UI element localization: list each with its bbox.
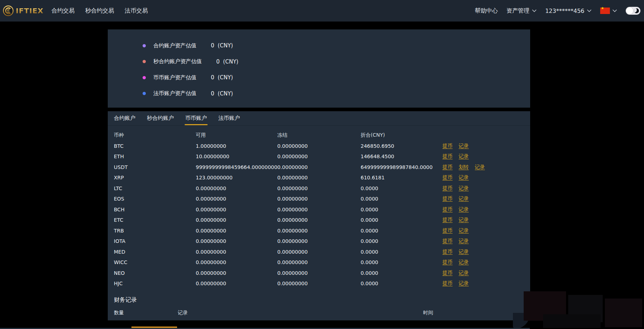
- financial-records-title: 财务记录: [114, 295, 530, 305]
- frozen-amount: 0.00000000: [277, 259, 361, 265]
- cny-value: 0.0000: [361, 238, 443, 244]
- available-amount: 0.00000000: [196, 185, 277, 191]
- theme-toggle[interactable]: [626, 7, 640, 15]
- record-link[interactable]: 记录: [459, 185, 469, 192]
- withdraw-link[interactable]: 提币: [443, 217, 453, 223]
- summary-label: 合约账户资产估值: [153, 42, 196, 49]
- withdraw-link[interactable]: 提币: [443, 227, 453, 234]
- summary-item: 法币账户资产估值0 (CNY): [108, 86, 530, 102]
- coin-name: ETH: [114, 154, 196, 159]
- withdraw-link[interactable]: 提币: [443, 185, 453, 192]
- toggle-knob: [626, 7, 633, 14]
- summary-value: 0 (CNY): [211, 90, 233, 97]
- transfer-link[interactable]: 划转: [459, 164, 469, 170]
- table-row: MED0.000000000.000000000.0000提币记录: [114, 246, 524, 257]
- withdraw-link[interactable]: 提币: [443, 280, 453, 287]
- tab-fiat-account[interactable]: 法币账户: [218, 115, 241, 125]
- table-row: NEO0.000000000.000000000.0000提币记录: [114, 268, 524, 278]
- cny-value: 0.0000: [361, 196, 443, 202]
- withdraw-link[interactable]: 提币: [443, 206, 453, 213]
- withdraw-link[interactable]: 提币: [443, 153, 453, 160]
- record-link[interactable]: 记录: [459, 217, 469, 223]
- row-actions: 提币记录: [443, 153, 524, 160]
- withdraw-link[interactable]: 提币: [443, 143, 453, 149]
- nav-item-fiat-trade[interactable]: 法币交易: [125, 7, 148, 15]
- help-center-link[interactable]: 帮助中心: [475, 7, 498, 15]
- nav-item-second-contract-trade[interactable]: 秒合约交易: [85, 7, 114, 15]
- summary-value: 0 (CNY): [211, 74, 233, 81]
- table-row: ETC0.000000000.000000000.0000提币记录: [114, 215, 524, 226]
- tab-coin-account[interactable]: 币币账户: [185, 115, 208, 125]
- help-center-label: 帮助中心: [475, 7, 498, 15]
- record-link[interactable]: 记录: [475, 164, 485, 170]
- table-row: IOTA0.000000000.000000000.0000提币记录: [114, 236, 524, 247]
- page: { "topbar": { "logo_text": "IFTIEX", "na…: [0, 0, 644, 329]
- asset-dot-icon: [143, 44, 146, 47]
- coin-name: MED: [114, 249, 196, 255]
- record-link[interactable]: 记录: [459, 280, 469, 287]
- wallet-rows: BTC1.000000000.00000000246850.6950提币记录ET…: [114, 141, 524, 289]
- record-link[interactable]: 记录: [459, 270, 469, 276]
- chevron-down-icon: [532, 9, 537, 13]
- withdraw-link[interactable]: 提币: [443, 259, 453, 265]
- asset-management-menu[interactable]: 资产管理: [506, 7, 537, 15]
- wallet-table-header: 币种 可用 冻结 折合(CNY): [114, 130, 524, 141]
- record-link[interactable]: 记录: [459, 206, 469, 213]
- row-actions: 提币记录: [443, 185, 524, 192]
- table-row: USDT99999999998459664.000000000.00000000…: [114, 162, 524, 173]
- row-actions: 提币记录: [443, 217, 524, 223]
- cn-flag-icon: ★: [600, 8, 610, 14]
- asset-dot-icon: [143, 92, 146, 95]
- summary-item: 合约账户资产估值0 (CNY): [108, 38, 530, 54]
- withdraw-link[interactable]: 提币: [443, 270, 453, 276]
- tab-contract-account[interactable]: 合约账户: [113, 115, 136, 125]
- brand-logo[interactable]: IFTIEX: [3, 5, 43, 16]
- withdraw-link[interactable]: 提币: [443, 238, 453, 244]
- record-link[interactable]: 记录: [459, 249, 469, 255]
- table-row: ETH10.000000000.00000000146648.4500提币记录: [114, 151, 524, 162]
- table-row: XRP123.000000000.00000000610.6181提币记录: [114, 173, 524, 183]
- nav-item-contract-trade[interactable]: 合约交易: [51, 7, 74, 15]
- account-menu[interactable]: 123******456: [545, 8, 592, 14]
- available-amount: 0.00000000: [196, 217, 277, 223]
- watermark-block: [543, 314, 601, 328]
- withdraw-link[interactable]: 提币: [443, 249, 453, 255]
- summary-label: 币币账户资产估值: [153, 74, 196, 81]
- asset-dot-icon: [143, 60, 146, 63]
- cny-value: 0.0000: [361, 249, 443, 255]
- record-link[interactable]: 记录: [459, 196, 469, 202]
- row-actions: 提币记录: [443, 270, 524, 276]
- withdraw-link[interactable]: 提币: [443, 164, 453, 170]
- record-link[interactable]: 记录: [459, 259, 469, 265]
- col-time: 时间: [423, 310, 524, 316]
- language-menu[interactable]: ★: [600, 8, 617, 14]
- row-actions: 提币记录: [443, 174, 524, 181]
- moon-icon: [634, 8, 639, 13]
- coin-name: BTC: [114, 143, 196, 149]
- record-link[interactable]: 记录: [459, 174, 469, 181]
- record-link[interactable]: 记录: [459, 153, 469, 160]
- withdraw-link[interactable]: 提币: [443, 196, 453, 202]
- col-cny: 折合(CNY): [361, 132, 443, 138]
- cny-value: 0.0000: [361, 228, 443, 234]
- table-row: BTC1.000000000.00000000246850.6950提币记录: [114, 141, 524, 151]
- coin-name: TRB: [114, 228, 196, 234]
- frozen-amount: 0.00000000: [277, 238, 361, 244]
- record-link[interactable]: 记录: [459, 143, 469, 149]
- wallet-table: 币种 可用 冻结 折合(CNY) BTC1.000000000.00000000…: [114, 130, 524, 289]
- row-actions: 提币记录: [443, 227, 524, 234]
- account-tabbar: 合约账户秒合约账户币币账户法币账户: [108, 111, 530, 126]
- cny-value: 246850.6950: [361, 143, 443, 149]
- tab-second-contract-account[interactable]: 秒合约账户: [146, 115, 175, 125]
- withdraw-link[interactable]: 提币: [443, 174, 453, 181]
- coin-name: HJC: [114, 281, 196, 286]
- row-actions: 提币记录: [443, 259, 524, 265]
- record-link[interactable]: 记录: [459, 227, 469, 234]
- available-amount: 0.00000000: [196, 196, 277, 202]
- record-link[interactable]: 记录: [459, 238, 469, 244]
- frozen-amount: 0.00000000: [277, 164, 361, 170]
- cny-value: 649999999989987840.0000: [361, 164, 443, 170]
- frozen-amount: 0.00000000: [277, 207, 361, 212]
- frozen-amount: 0.00000000: [277, 281, 361, 286]
- coin-name: BCH: [114, 207, 196, 212]
